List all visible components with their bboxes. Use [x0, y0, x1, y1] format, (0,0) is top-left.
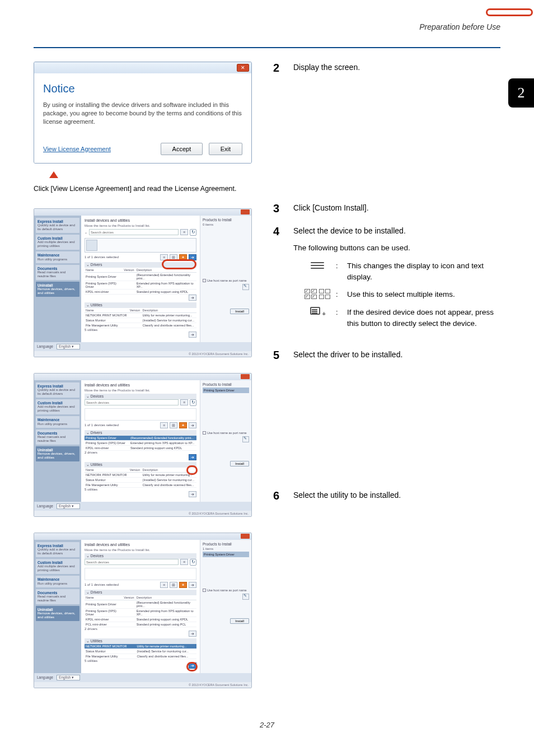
table-row[interactable]: File Management UtilityClassify and dist… [85, 323, 196, 328]
table-row[interactable]: KPDL mini-driverStandard printing suppor… [85, 617, 196, 622]
hostname-checkbox[interactable]: Use host name as port name [203, 279, 249, 282]
panel-instruction: Move the items to the Products to Instal… [85, 389, 196, 392]
callout-circle [186, 662, 198, 671]
search-input[interactable] [85, 399, 179, 405]
sidebar-item-documents[interactable]: DocumentsRead manuals and readme files [36, 265, 79, 280]
language-label: Language [37, 344, 53, 348]
utilities-table: NETWORK PRINT MONITORUtility for remote … [85, 644, 196, 659]
language-select[interactable]: English ▾ [57, 503, 80, 509]
add-device-icon[interactable]: + [179, 422, 187, 428]
list-view-icon[interactable]: ≡ [180, 559, 188, 565]
colon: : [336, 307, 341, 318]
table-row[interactable]: Status Monitor(Installed) Service for mo… [85, 648, 196, 654]
caption-license: Click [View License Agreement] and read … [34, 184, 252, 194]
callout-circle [486, 8, 533, 16]
edit-icon[interactable] [242, 594, 249, 600]
multi-select-icon[interactable]: ⊞ [170, 422, 177, 428]
sidebar-item-express[interactable]: Express InstallQuickly add a device and … [36, 382, 79, 398]
add-device-icon[interactable]: + [179, 582, 187, 588]
install-button[interactable]: Install [230, 618, 249, 624]
table-row[interactable]: NETWORK PRINT MONITORUtility for remote … [85, 472, 196, 477]
list-view-icon[interactable]: ≡ [180, 229, 188, 235]
drivers-table: NameVersionDescription Printing System D… [85, 268, 196, 295]
sidebar-item-express[interactable]: Express InstallQuickly add a device and … [36, 218, 79, 233]
close-icon[interactable]: ✕ [237, 64, 249, 72]
language-select[interactable]: English ▾ [57, 675, 80, 680]
panel-title: Install devices and utilities [85, 218, 196, 222]
copyright: © 2013 KYOCERA Document Solutions Inc. [34, 351, 251, 357]
close-icon[interactable] [241, 374, 250, 379]
accept-button[interactable]: Accept [161, 143, 203, 155]
move-right-icon[interactable]: ➔ [189, 332, 196, 338]
move-right-icon[interactable]: ➔ [189, 295, 196, 301]
products-title: Products to Install [203, 218, 249, 222]
edit-icon[interactable] [242, 284, 249, 290]
step-3-text: Click [Custom Install]. [293, 202, 500, 215]
reload-icon[interactable]: ↻ [190, 559, 196, 566]
icon-view-icon[interactable]: ≡ [160, 582, 168, 588]
drivers-section: ⌄ Drivers [85, 590, 196, 595]
install-button[interactable]: Install [230, 461, 249, 466]
sidebar-item-maintenance[interactable]: MaintenanceRun utility programs [36, 416, 79, 427]
panel-title: Install devices and utilities [85, 383, 196, 387]
table-row[interactable]: Status Monitor(Installed) Service for mo… [85, 318, 196, 323]
table-row[interactable]: Printing System (XPS) DriverExtended pri… [85, 281, 196, 289]
sidebar-item-uninstall[interactable]: UninstallRemove devices, drivers, and ut… [36, 282, 79, 297]
step-number-4: 4 [273, 225, 285, 329]
product-item[interactable]: Printing System Driver [203, 388, 249, 393]
table-row[interactable]: Printing System (XPS) DriverExtended pri… [85, 440, 196, 445]
view-license-link[interactable]: View License Agreement [43, 146, 111, 152]
search-input[interactable] [89, 229, 179, 235]
hostname-checkbox[interactable]: Use host name as port name [203, 431, 249, 435]
device-item[interactable] [85, 238, 196, 253]
move-right-icon[interactable]: ➔ [189, 454, 196, 460]
sidebar-item-maintenance[interactable]: MaintenanceRun utility programs [36, 576, 79, 587]
table-row[interactable]: Printing System Driver(Recommended) Exte… [85, 272, 196, 281]
table-row[interactable]: KPDL mini-driverStandard printing suppor… [85, 289, 196, 294]
notice-heading: Notice [43, 82, 242, 95]
move-right-icon[interactable]: ➔ [189, 491, 196, 497]
reload-icon[interactable]: ↻ [190, 399, 196, 406]
reload-icon[interactable]: ↻ [190, 229, 196, 236]
table-row[interactable]: Printing System Driver(Recommended) Exte… [85, 436, 196, 441]
drivers-section: ⌄ Drivers [85, 430, 196, 436]
multi-select-icon[interactable]: ⊞ [170, 582, 177, 588]
table-row[interactable]: PCL mini-driverStandard printing support… [85, 622, 196, 627]
install-button[interactable]: Install [230, 309, 249, 314]
sidebar-item-express[interactable]: Express InstallQuickly add a device and … [36, 542, 79, 557]
close-icon[interactable] [241, 209, 250, 214]
table-row[interactable]: File Management UtilityClassify and dist… [85, 482, 196, 487]
edit-icon[interactable] [242, 436, 249, 442]
move-right-icon[interactable]: ➔ [189, 631, 196, 637]
table-row[interactable]: NETWORK PRINT MONITORUtility for remote … [85, 312, 196, 318]
sidebar-item-documents[interactable]: DocumentsRead manuals and readme files [36, 589, 79, 604]
utilities-section: ⌄ Utilities [85, 638, 196, 644]
sidebar-item-documents[interactable]: DocumentsRead manuals and readme files [36, 430, 79, 445]
sidebar-item-custom[interactable]: Custom InstallAdd multiple devices and p… [36, 399, 79, 414]
move-right-icon[interactable]: ➔ [189, 582, 196, 588]
sidebar-item-custom[interactable]: Custom InstallAdd multiple devices and p… [36, 559, 79, 574]
devices-section: ⌄ Devices [85, 553, 196, 559]
exit-button[interactable]: Exit [209, 143, 242, 155]
close-icon[interactable] [241, 534, 250, 539]
sidebar-item-uninstall[interactable]: UninstallRemove devices, drivers, and ut… [36, 606, 79, 621]
header-rule [34, 47, 500, 48]
move-right-icon[interactable]: ➔ [189, 422, 196, 428]
table-row[interactable]: File Management UtilityClassify and dist… [85, 654, 196, 659]
sidebar-item-uninstall[interactable]: UninstallRemove devices, drivers, and ut… [36, 446, 79, 461]
list-view-icon[interactable]: ≡ [180, 399, 188, 405]
table-row[interactable]: Printing System Driver(Recommended) Exte… [85, 600, 196, 608]
sidebar-item-maintenance[interactable]: MaintenanceRun utility programs [36, 251, 79, 263]
sidebar-item-custom[interactable]: Custom InstallAdd multiple devices and p… [36, 235, 79, 250]
table-row[interactable]: KPDL mini-driverStandard printing suppor… [85, 445, 196, 450]
product-item[interactable]: Printing System Driver [203, 552, 249, 557]
table-row[interactable]: Status Monitor(Installed) Service for mo… [85, 477, 196, 482]
hostname-checkbox[interactable]: Use host name as port name [203, 589, 249, 592]
table-row[interactable]: NETWORK PRINT MONITORUtility for remote … [85, 644, 196, 649]
language-select[interactable]: English ▾ [57, 344, 80, 349]
icon-desc-device: If the desired device does not appear, p… [347, 307, 500, 329]
search-input[interactable] [85, 559, 179, 565]
table-row[interactable]: Printing System (XPS) DriverExtended pri… [85, 608, 196, 617]
utilities-table: NameVersionDescription NETWORK PRINT MON… [85, 308, 196, 328]
icon-view-icon[interactable]: ≡ [160, 422, 168, 428]
